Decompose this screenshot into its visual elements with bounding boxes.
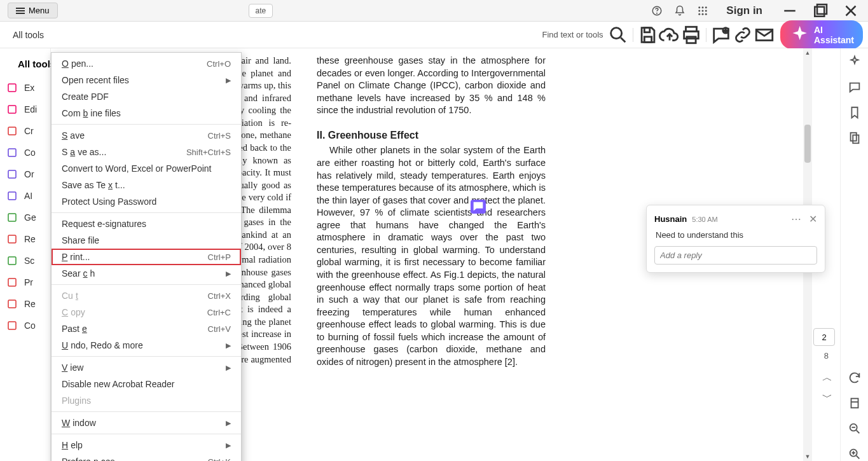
menu-item-share-file[interactable]: Share file	[52, 232, 241, 249]
shortcut: Ctrl+C	[207, 308, 231, 317]
svg-rect-39	[853, 135, 858, 143]
sidebar-item[interactable]: Co	[0, 315, 50, 336]
menu-item-window[interactable]: Window▶	[52, 415, 241, 431]
comment-reply-input[interactable]	[654, 246, 817, 265]
sidebar-item-icon	[6, 255, 18, 266]
svg-rect-30	[8, 170, 16, 178]
menu-item-copy: CopyCtrl+C	[52, 304, 241, 320]
ai-chat-icon[interactable]	[848, 55, 862, 69]
zoom-in-icon[interactable]	[848, 447, 862, 461]
zoom-out-icon[interactable]	[848, 422, 862, 436]
help-icon[interactable]	[651, 5, 663, 17]
menu-item-disable-new-acrobat-reader[interactable]: Disable new Acrobat Reader	[52, 376, 241, 392]
menu-item-plugins: Plugins	[52, 392, 241, 409]
apps-icon[interactable]	[697, 5, 708, 17]
sidebar-item[interactable]: AI	[0, 185, 50, 207]
chevron-right-icon: ▶	[226, 270, 231, 278]
sidebar-item-icon	[6, 277, 18, 288]
menu-item-help[interactable]: Help▶	[52, 437, 241, 453]
menu-button[interactable]: Menu	[8, 3, 58, 18]
comment-close-icon[interactable]: ✕	[809, 213, 817, 225]
chevron-right-icon: ▶	[226, 76, 231, 85]
page-up-icon[interactable]: ︿	[822, 371, 832, 385]
page-number-input[interactable]: 2	[813, 328, 835, 346]
svg-point-8	[699, 13, 701, 15]
shortcut: Ctrl+X	[208, 291, 231, 301]
menu-item-combine-files[interactable]: Combine files	[52, 105, 241, 121]
svg-line-48	[856, 456, 859, 459]
all-tools-tab[interactable]: All tools	[5, 26, 52, 44]
upload-icon[interactable]	[659, 24, 680, 46]
comments-panel-icon[interactable]	[848, 80, 862, 94]
menu-item-save[interactable]: SaveCtrl+S	[52, 127, 241, 144]
menu-item-paste[interactable]: PasteCtrl+V	[52, 320, 241, 337]
sidebar-item[interactable]: Re	[0, 228, 50, 250]
pages-icon[interactable]	[848, 131, 862, 145]
maximize-button[interactable]	[811, 1, 830, 20]
menu-item-convert-to-word-excel-or-powerpoint[interactable]: Convert to Word, Excel or PowerPoint	[52, 160, 241, 177]
scroll-down-icon[interactable]: ▼	[803, 452, 812, 461]
menu-item-search[interactable]: Search▶	[52, 265, 241, 282]
svg-point-16	[610, 27, 621, 38]
svg-rect-13	[817, 4, 827, 14]
svg-point-9	[702, 13, 704, 15]
minimize-button[interactable]	[780, 1, 799, 20]
link-icon[interactable]	[732, 24, 754, 46]
sidebar-item[interactable]: Pr	[0, 272, 50, 293]
menu-item-protect-using-password[interactable]: Protect Using Password	[52, 193, 241, 210]
sign-in-link[interactable]: Sign in	[726, 4, 762, 17]
comment-marker-icon[interactable]	[471, 200, 486, 214]
sidebar-item[interactable]: Co	[0, 142, 50, 163]
comment-author: Husnain	[654, 214, 687, 224]
svg-rect-38	[850, 133, 856, 141]
print-icon[interactable]	[680, 24, 702, 46]
sidebar-item[interactable]: Ex	[0, 77, 50, 99]
svg-point-7	[705, 10, 707, 11]
page-down-icon[interactable]: ﹀	[822, 391, 832, 404]
email-icon[interactable]	[754, 24, 775, 46]
menu-item-print[interactable]: Print...Ctrl+P	[52, 249, 241, 265]
comment-icon[interactable]: +	[710, 24, 732, 46]
sidebar-item-icon	[6, 298, 18, 310]
sidebar-item[interactable]: Re	[0, 293, 50, 315]
menu-item-preferences[interactable]: Preferences...Ctrl+K	[52, 453, 241, 461]
scrollbar-thumb[interactable]	[804, 125, 811, 163]
sidebar-item[interactable]: Edi	[0, 99, 50, 120]
sidebar-item[interactable]: Ge	[0, 207, 50, 228]
menu-item-open-recent-files[interactable]: Open recent files▶	[52, 72, 241, 88]
menu-item-undo-redo-more[interactable]: Undo, Redo & more▶	[52, 337, 241, 354]
svg-point-10	[705, 13, 707, 15]
svg-rect-26	[8, 84, 16, 92]
sidebar-item-icon	[6, 82, 18, 93]
menu-item-create-pdf[interactable]: Create PDF	[52, 88, 241, 105]
sidebar-item[interactable]: Sc	[0, 250, 50, 272]
comment-more-icon[interactable]: ⋯	[791, 213, 801, 225]
shortcut: Ctrl+S	[208, 131, 231, 141]
left-sidebar: All tools ExEdiCrCoOrAIGeReScPrReCo	[0, 48, 51, 461]
file-menu-dropdown: Open...Ctrl+OOpen recent files▶Create PD…	[51, 52, 242, 461]
document-tab[interactable]: ate	[249, 4, 273, 18]
ai-assistant-button[interactable]: AI Assistant	[780, 20, 863, 49]
page-fit-icon[interactable]	[848, 396, 862, 410]
svg-rect-33	[8, 235, 16, 243]
comment-body: Need to understand this	[654, 230, 817, 240]
shortcut: Ctrl+V	[208, 324, 231, 334]
search-icon[interactable]	[607, 24, 629, 46]
menu-item-open[interactable]: Open...Ctrl+O	[52, 55, 241, 72]
notification-icon[interactable]	[674, 5, 685, 17]
menu-item-request-e-signatures[interactable]: Request e-signatures	[52, 216, 241, 232]
rotate-icon[interactable]	[848, 371, 862, 385]
svg-point-2	[699, 6, 701, 8]
scroll-up-icon[interactable]: ▲	[803, 48, 812, 57]
menu-item-save-as[interactable]: Save as...Shift+Ctrl+S	[52, 144, 241, 160]
sidebar-header: All tools	[0, 53, 50, 77]
sidebar-item-icon	[6, 190, 18, 202]
menu-item-view[interactable]: View▶	[52, 359, 241, 376]
sidebar-item[interactable]: Or	[0, 163, 50, 185]
menu-item-save-as-text[interactable]: Save as Text...	[52, 177, 241, 193]
sidebar-item[interactable]: Cr	[0, 120, 50, 142]
bookmark-icon[interactable]	[848, 106, 862, 120]
close-button[interactable]	[841, 1, 860, 20]
comment-time: 5:30 AM	[692, 216, 717, 223]
save-icon[interactable]	[637, 24, 659, 46]
